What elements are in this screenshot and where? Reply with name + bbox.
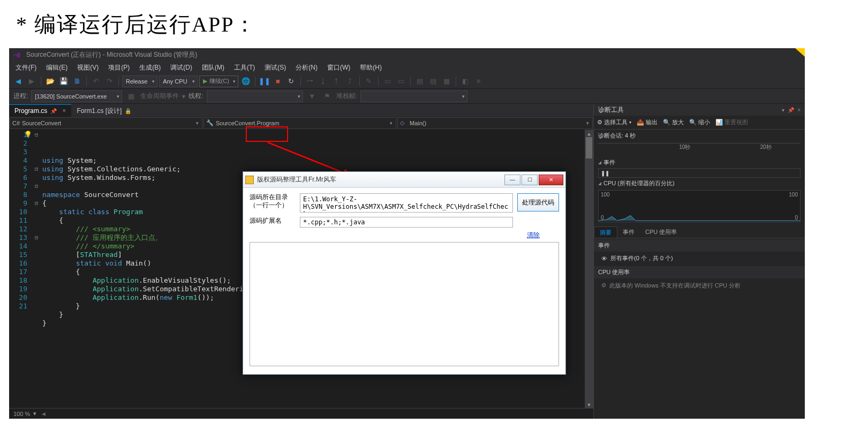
scroll-left-icon[interactable]: ◀: [42, 411, 46, 417]
menu-view[interactable]: 视图(V): [73, 62, 103, 73]
step-into-icon[interactable]: ⭣: [318, 75, 329, 87]
dialog-titlebar[interactable]: 版权源码整理工具Fr.Mr风车 — ☐ ✕: [243, 172, 565, 188]
dialog-body: 源码所在目录（一行一个） 处理源代码 源码扩展名 清除: [243, 188, 565, 372]
diag-tabs: 摘要 事件 CPU 使用率: [594, 226, 805, 238]
misc4-icon[interactable]: ▤: [414, 75, 426, 87]
process-button[interactable]: 处理源代码: [517, 193, 559, 211]
nav-fwd-icon[interactable]: ▶: [26, 75, 37, 87]
nav-class[interactable]: 🔧SourceConvert.Program: [203, 117, 396, 129]
nav-project[interactable]: C#SourceConvert: [10, 117, 202, 129]
lightbulb-icon[interactable]: 💡: [24, 130, 32, 139]
open-icon[interactable]: 📂: [44, 75, 56, 87]
menu-analyze[interactable]: 分析(N): [291, 62, 322, 73]
restart-icon[interactable]: ↻: [285, 75, 297, 87]
output-textarea[interactable]: [250, 242, 559, 366]
nav-member[interactable]: ◇Main(): [397, 117, 593, 129]
zoom-in-btn[interactable]: 🔍放大: [663, 118, 684, 126]
menu-help[interactable]: 帮助(H): [356, 62, 386, 73]
editor-tabs: Program.cs 📌 × Form1.cs [设计] 🔒: [9, 104, 593, 117]
menu-file[interactable]: 文件(F): [11, 62, 41, 73]
misc2-icon[interactable]: ▭: [382, 75, 394, 87]
vs-logo-icon: [12, 50, 22, 60]
menu-tools[interactable]: 工具(T): [230, 62, 259, 73]
clear-link[interactable]: 清除: [527, 231, 540, 239]
tab-form1-design[interactable]: Form1.cs [设计] 🔒: [71, 104, 137, 117]
input-extensions[interactable]: [300, 217, 513, 228]
cpu-subheader: CPU 使用率: [594, 266, 805, 278]
misc6-icon[interactable]: ▦: [441, 75, 452, 87]
menu-edit[interactable]: 编辑(E): [42, 62, 72, 73]
misc-icon[interactable]: ✎: [363, 75, 375, 87]
stop-icon[interactable]: ■: [272, 75, 284, 87]
step-next-icon[interactable]: ⭢: [304, 75, 316, 87]
platform-dropdown[interactable]: Any CPU: [159, 75, 197, 87]
eye-icon: 👁: [601, 255, 607, 262]
vertical-scrollbar[interactable]: ▲ ▼: [585, 130, 593, 408]
flag-icon[interactable]: ⚑: [321, 90, 333, 102]
zoom-level[interactable]: 100 %: [13, 411, 30, 417]
close-icon[interactable]: ×: [62, 107, 66, 115]
output-btn[interactable]: 📤输出: [637, 118, 658, 126]
nav-class-label: SourceConvert.Program: [216, 120, 280, 126]
process-dropdown[interactable]: [13620] SourceConvert.exe: [31, 90, 122, 102]
menu-build[interactable]: 生成(B): [135, 62, 165, 73]
menu-team[interactable]: 团队(M): [198, 62, 229, 73]
close-button[interactable]: ✕: [539, 175, 563, 185]
events-header[interactable]: 事件: [594, 157, 805, 168]
stack-dropdown[interactable]: [360, 90, 467, 102]
menu-window[interactable]: 窗口(W): [323, 62, 354, 73]
panel-close-icon[interactable]: ×: [797, 107, 801, 113]
menu-debug[interactable]: 调试(D): [166, 62, 197, 73]
tab-program-cs[interactable]: Program.cs 📌 ×: [9, 104, 71, 117]
save-all-icon[interactable]: 🗎: [71, 75, 83, 87]
zoom-out-icon: 🔍: [689, 119, 697, 126]
misc5-icon[interactable]: ▤: [427, 75, 439, 87]
select-tools[interactable]: ⚙选择工具▾: [597, 118, 631, 126]
scroll-up-icon[interactable]: ▲: [585, 130, 593, 137]
pause-icon[interactable]: ❚❚: [259, 75, 270, 87]
scroll-thumb[interactable]: [586, 137, 592, 158]
redo-icon[interactable]: ↷: [103, 75, 115, 87]
tab-events[interactable]: 事件: [617, 226, 640, 238]
scroll-down-icon[interactable]: ▼: [585, 400, 593, 408]
zoom-out-btn[interactable]: 🔍缩小: [689, 118, 710, 126]
separator: [41, 77, 41, 86]
misc8-icon[interactable]: ≡: [473, 75, 485, 87]
save-icon[interactable]: 💾: [58, 75, 70, 87]
continue-button[interactable]: ▶继续(C): [199, 75, 238, 87]
menu-project[interactable]: 项目(P): [104, 62, 134, 73]
filter-icon[interactable]: ▼: [306, 90, 318, 102]
menu-test[interactable]: 测试(S): [260, 62, 290, 73]
tab-cpu[interactable]: CPU 使用率: [640, 226, 682, 238]
events-row[interactable]: 👁所有事件(0 个，共 0 个): [594, 252, 805, 265]
minimize-button[interactable]: —: [504, 175, 520, 185]
tab-summary[interactable]: 摘要: [594, 226, 617, 238]
csharp-icon: C#: [12, 120, 20, 126]
thread-dropdown[interactable]: [207, 90, 303, 102]
misc7-icon[interactable]: ◧: [459, 75, 471, 87]
vs-titlebar: SourceConvert (正在运行) - Microsoft Visual …: [9, 48, 805, 62]
step-over-icon[interactable]: ⭡: [331, 75, 343, 87]
tab-label: Program.cs: [14, 107, 47, 115]
panel-dropdown-icon[interactable]: ▾: [782, 107, 784, 113]
pause-marker-icon: ❚❚: [601, 170, 609, 176]
input-source-dir[interactable]: [300, 193, 513, 213]
undo-icon[interactable]: ↶: [90, 75, 102, 87]
panel-pin-icon[interactable]: 📌: [788, 107, 794, 113]
separator: [86, 77, 87, 86]
nav-back-icon[interactable]: ◀: [12, 75, 24, 87]
timeline[interactable]: 10秒 20秒: [598, 143, 801, 156]
reset-view-btn[interactable]: 📊重置视图: [715, 118, 748, 126]
fold-column[interactable]: ⊟⊟⊟⊟⊟: [33, 130, 40, 408]
step-out-icon[interactable]: ⤴: [344, 75, 356, 87]
editor-navbar: C#SourceConvert 🔧SourceConvert.Program ◇…: [9, 117, 593, 130]
maximize-button[interactable]: ☐: [522, 175, 538, 185]
lifecycle-icon[interactable]: ▦: [125, 90, 137, 102]
cpu-header[interactable]: CPU (所有处理器的百分比): [594, 178, 805, 189]
zoom-dropdown-icon[interactable]: ▾: [33, 410, 36, 417]
panel-title-text: 诊断工具: [598, 105, 624, 115]
misc3-icon[interactable]: ▭: [395, 75, 407, 87]
pin-icon[interactable]: 📌: [50, 108, 57, 114]
config-dropdown[interactable]: Release: [122, 75, 157, 87]
browser-icon[interactable]: 🌐: [240, 75, 252, 87]
